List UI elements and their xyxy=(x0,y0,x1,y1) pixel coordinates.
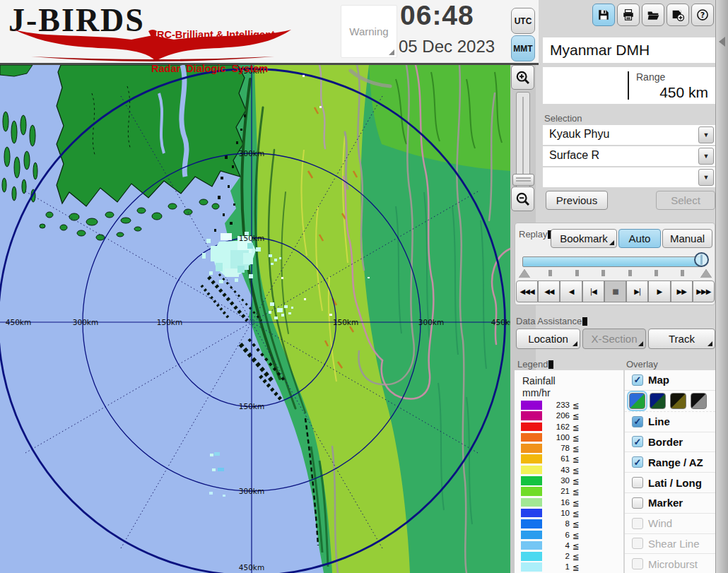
rainfall-legend: Rainfall mm/hr 233≦ 206≦ 162≦ 100≦ 78≦ 6… xyxy=(515,370,623,573)
legend-value: 1 xyxy=(541,562,570,571)
map-style-swatch-gray[interactable] xyxy=(691,393,707,409)
zoom-out-icon xyxy=(515,191,531,207)
overlay-item-line[interactable]: ✓ Line xyxy=(625,412,715,432)
zoom-out-button[interactable] xyxy=(511,187,534,211)
legend-label-text: Legend xyxy=(517,359,548,370)
legend-row: 61≦ xyxy=(515,454,623,464)
play-reverse-button[interactable]: ◀ xyxy=(560,280,582,302)
zoom-slider-thumb[interactable] xyxy=(512,174,534,186)
station-title: Myanmar DMH xyxy=(543,37,715,63)
select-label: Select xyxy=(671,194,700,206)
radar-map-view[interactable]: 450km 300km 150km 150km 300km 450km 450k… xyxy=(0,65,510,573)
overlay-section-label: Overlay xyxy=(626,359,658,370)
replay-timeline-track[interactable] xyxy=(522,256,702,267)
chevron-down-icon[interactable]: ▼ xyxy=(698,169,714,186)
header-bar: J-BIRDS JRC-Brilliant & Intelligent Rada… xyxy=(0,0,539,65)
timeline-end-marker[interactable] xyxy=(700,269,712,278)
print-button[interactable] xyxy=(617,4,640,26)
forward-fast-button[interactable]: ▶▶▶ xyxy=(693,280,715,302)
help-button[interactable]: ? xyxy=(691,4,714,26)
forward-button[interactable]: ▶▶ xyxy=(671,280,693,302)
site-dropdown[interactable]: Kyauk Phyu ▼ xyxy=(543,125,715,145)
checkbox-checked-icon[interactable]: ✓ xyxy=(632,436,643,447)
checkbox-checked-icon[interactable]: ✓ xyxy=(632,456,643,468)
add-image-button[interactable] xyxy=(667,4,689,26)
timezone-utc-button[interactable]: UTC xyxy=(511,8,535,34)
overlay-item-map[interactable]: ✓ Map xyxy=(625,370,715,391)
zoom-in-button[interactable] xyxy=(511,65,534,90)
step-back-button[interactable]: |◀ xyxy=(582,280,604,302)
timeline-tick xyxy=(601,270,605,276)
warning-button[interactable]: Warning xyxy=(341,5,397,58)
checkbox-checked-icon[interactable]: ✓ xyxy=(632,374,643,386)
location-button[interactable]: Location xyxy=(516,329,580,349)
legend-row: 43≦ xyxy=(515,465,623,475)
option-dropdown[interactable]: ▼ xyxy=(543,167,715,187)
rewind-button[interactable]: ◀◀ xyxy=(538,280,560,302)
select-button[interactable]: Select xyxy=(656,191,715,210)
legend-section-label: Legend xyxy=(517,359,553,370)
overlay-item-marker[interactable]: Marker xyxy=(625,493,715,514)
legend-row: 4≦ xyxy=(515,540,623,551)
manual-label: Manual xyxy=(670,232,705,244)
legend-color-swatch xyxy=(521,411,542,420)
lte-symbol: ≦ xyxy=(573,552,580,562)
timezone-mmt-button[interactable]: MMT xyxy=(511,35,535,61)
legend-rows: 233≦ 206≦ 162≦ 100≦ 78≦ 61≦ 43≦ 30≦ 21≦ … xyxy=(515,400,623,573)
menu-corner-icon xyxy=(638,341,643,346)
legend-color-swatch xyxy=(521,476,542,485)
chevron-down-icon[interactable]: ▼ xyxy=(698,148,714,165)
step-forward-button[interactable]: ▶| xyxy=(626,280,648,302)
timeline-start-marker[interactable] xyxy=(519,269,530,278)
legend-color-swatch xyxy=(521,541,542,550)
map-style-swatch-olive[interactable] xyxy=(670,393,686,409)
lte-symbol: ≦ xyxy=(573,531,580,540)
checkbox-checked-icon[interactable]: ✓ xyxy=(632,416,643,427)
overlay-item-lati-long[interactable]: Lati / Long xyxy=(625,473,715,493)
overlay-item-range-az[interactable]: ✓ Range / AZ xyxy=(625,452,715,473)
overlay-item-border[interactable]: ✓ Border xyxy=(625,432,715,453)
timeline-tick xyxy=(548,270,552,276)
map-style-swatch-dark[interactable] xyxy=(650,393,666,409)
legend-value: 10 xyxy=(541,509,570,517)
legend-color-swatch xyxy=(521,487,542,496)
play-button[interactable]: ▶ xyxy=(648,280,670,302)
bookmark-button[interactable]: Bookmark xyxy=(551,229,617,248)
overlay-label: Lati / Long xyxy=(648,477,702,489)
map-style-swatch-color[interactable] xyxy=(629,393,645,409)
legend-row: 233≦ xyxy=(515,400,623,410)
auto-mode-button[interactable]: Auto xyxy=(618,229,661,248)
previous-button[interactable]: Previous xyxy=(546,191,608,210)
lte-symbol: ≦ xyxy=(573,476,580,486)
timeline-tick xyxy=(681,270,684,276)
legend-row: 30≦ xyxy=(515,475,623,486)
overlay-item-wind: Wind xyxy=(625,514,715,534)
svg-text:300km: 300km xyxy=(418,318,444,326)
checkbox-unchecked-icon[interactable] xyxy=(632,497,643,509)
chevron-down-icon[interactable]: ▼ xyxy=(698,126,714,143)
legend-row: 2≦ xyxy=(515,551,623,562)
product-dropdown[interactable]: Surface R ▼ xyxy=(543,146,715,166)
playback-controls: ◀◀◀ ◀◀ ◀ |◀ ■ ▶| ▶ ▶▶ ▶▶▶ xyxy=(516,280,715,302)
menu-corner-icon xyxy=(708,341,712,346)
legend-color-swatch xyxy=(521,401,542,410)
track-button[interactable]: Track xyxy=(648,329,715,349)
lte-symbol: ≦ xyxy=(573,487,580,497)
open-folder-button[interactable] xyxy=(642,4,664,26)
checkbox-unchecked-icon[interactable] xyxy=(632,477,643,488)
rewind-fast-button[interactable]: ◀◀◀ xyxy=(516,280,538,302)
save-button[interactable] xyxy=(592,4,615,26)
map-zoom-control xyxy=(511,65,535,211)
panel-collapse-strip[interactable] xyxy=(715,0,728,573)
xsection-button[interactable]: X-Section xyxy=(582,329,646,349)
stop-button[interactable]: ■ xyxy=(604,280,626,302)
manual-mode-button[interactable]: Manual xyxy=(662,229,712,248)
auto-label: Auto xyxy=(629,232,651,244)
open-folder-icon xyxy=(647,8,659,21)
legend-row: 6≦ xyxy=(515,530,623,540)
legend-color-swatch xyxy=(521,531,542,540)
replay-timeline-thumb[interactable] xyxy=(694,252,709,267)
svg-text:150km: 150km xyxy=(239,234,264,242)
data-assistance-label-text: Data Assistance xyxy=(516,316,582,326)
jbirds-window: 450km 300km 150km 150km 300km 450km 450k… xyxy=(0,0,728,573)
